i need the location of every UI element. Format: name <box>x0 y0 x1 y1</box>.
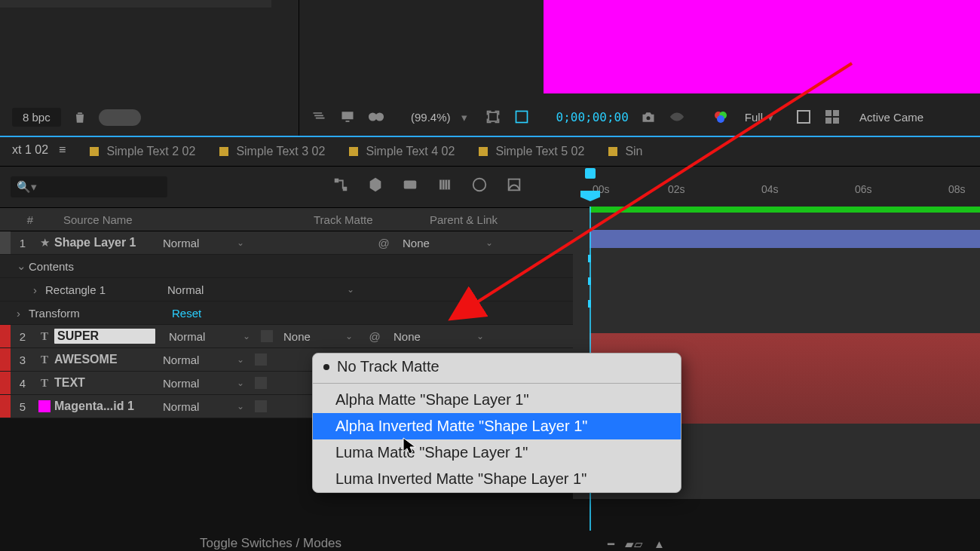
layer-index: 1 <box>11 237 35 249</box>
comp-icon <box>349 147 358 156</box>
caret-right-icon: › <box>33 283 45 296</box>
col-source-name[interactable]: Source Name <box>57 213 204 226</box>
shape-mode-dropdown[interactable]: Normal⌄ <box>163 283 359 296</box>
svg-point-7 <box>717 115 724 123</box>
mask-icon[interactable] <box>367 108 385 126</box>
zoom-slider-icon[interactable]: ▰▱ <box>625 537 643 551</box>
svg-rect-13 <box>335 179 339 183</box>
blend-mode-dropdown[interactable]: Normal⌄ <box>164 330 255 343</box>
frame-blend-icon[interactable] <box>401 176 419 194</box>
layers-icon[interactable] <box>310 108 328 126</box>
snapshot-icon[interactable] <box>639 108 657 126</box>
comp-icon <box>219 147 228 156</box>
comp-icon <box>608 147 617 156</box>
toggle-switches-button[interactable]: Toggle Switches / Modes <box>200 536 341 551</box>
timeline-search[interactable]: 🔍▾ <box>11 176 167 197</box>
trkmat-switch[interactable] <box>255 400 267 412</box>
layer-label-color[interactable] <box>0 395 11 418</box>
work-area-start[interactable] <box>585 168 596 179</box>
roi-icon[interactable] <box>484 108 502 126</box>
playhead[interactable] <box>580 191 600 201</box>
text-layer-icon: T <box>41 354 48 366</box>
mountain-icon[interactable]: ▲ <box>654 537 665 551</box>
comp-icon <box>90 147 99 156</box>
pickwhip-icon[interactable]: @ <box>366 328 383 344</box>
blend-mode-dropdown[interactable]: Normal⌄ <box>158 377 249 390</box>
svg-point-4 <box>646 116 650 120</box>
layer-name[interactable]: AWESOME <box>54 353 158 366</box>
draft3d-icon[interactable] <box>366 176 384 194</box>
zoom-readout[interactable]: (99.4%) <box>411 111 451 124</box>
pickwhip-icon[interactable]: @ <box>375 234 392 251</box>
tab-2[interactable]: Simple Text 2 02 <box>78 137 207 166</box>
blend-mode-dropdown[interactable]: Normal⌄ <box>158 354 249 366</box>
zoom-out-icon[interactable]: ━ <box>608 537 614 551</box>
layer-label-color[interactable] <box>0 372 11 394</box>
viewer-toolbar: (99.4%) ▾ 0;00;00;00 Full▾ Active Came <box>305 106 980 128</box>
svg-rect-3 <box>516 112 527 123</box>
ruler-tick: 02s <box>668 183 685 195</box>
channels-icon[interactable] <box>712 108 730 126</box>
composition-tabs: xt 1 02≡ Simple Text 2 02 Simple Text 3 … <box>0 137 980 167</box>
col-track-matte[interactable]: Track Matte <box>308 213 424 226</box>
comp-flow-icon[interactable] <box>332 176 350 194</box>
svg-rect-11 <box>825 118 831 124</box>
blend-mode-dropdown[interactable]: Normal⌄ <box>158 237 249 249</box>
layer-label-color[interactable] <box>0 348 11 371</box>
svg-rect-10 <box>833 110 839 116</box>
menu-item-alpha[interactable]: Alpha Matte "Shape Layer 1" <box>313 387 681 413</box>
layer-name[interactable]: TEXT <box>54 376 158 390</box>
trkmat-switch[interactable] <box>255 377 267 389</box>
tab-1[interactable]: xt 1 02≡ <box>0 136 78 166</box>
track-matte-dropdown[interactable]: None⌄ <box>279 330 357 343</box>
tab-5[interactable]: Simple Text 5 02 <box>467 137 596 166</box>
bpc-button[interactable]: 8 bpc <box>12 108 61 127</box>
layer-name[interactable]: Magenta...id 1 <box>54 399 158 413</box>
render-toggle[interactable] <box>99 109 141 126</box>
svg-point-17 <box>473 179 486 191</box>
project-panel: 8 bpc <box>0 0 298 136</box>
tab-3[interactable]: Simple Text 3 02 <box>207 137 337 166</box>
menu-item-no-matte[interactable]: No Track Matte <box>313 354 681 380</box>
brainstorm-icon[interactable] <box>505 176 523 194</box>
graph-icon[interactable] <box>470 176 488 194</box>
layer-name[interactable]: Shape Layer 1 <box>54 236 158 249</box>
transparency-grid-icon[interactable] <box>513 108 531 126</box>
solid-layer-icon <box>38 400 51 412</box>
search-icon: 🔍▾ <box>17 180 37 194</box>
guide-icon[interactable] <box>795 108 813 126</box>
layer-label-color[interactable] <box>0 231 11 254</box>
trkmat-switch[interactable] <box>255 354 267 366</box>
tab-6[interactable]: Sin <box>596 137 654 166</box>
reset-link[interactable]: Reset <box>172 307 201 320</box>
shape-layer-icon: ★ <box>40 236 50 249</box>
layer-name[interactable]: SUPER <box>54 329 155 344</box>
blend-mode-dropdown[interactable]: Normal⌄ <box>158 400 249 413</box>
monitor-icon[interactable] <box>338 108 357 126</box>
zoom-chevron-icon[interactable]: ▾ <box>461 111 473 123</box>
menu-item-luma-inverted[interactable]: Luma Inverted Matte "Shape Layer 1" <box>313 466 681 492</box>
layer-index: 3 <box>11 354 35 366</box>
grid-icon[interactable] <box>823 108 841 126</box>
layer-index: 2 <box>11 330 35 343</box>
trkmat-switch[interactable] <box>261 330 273 342</box>
show-snapshot-icon[interactable] <box>668 108 686 126</box>
tab-4[interactable]: Simple Text 4 02 <box>337 137 467 166</box>
col-number: # <box>12 213 42 226</box>
parent-dropdown[interactable]: None⌄ <box>389 330 488 343</box>
menu-item-luma[interactable]: Luma Matte "Shape Layer 1" <box>313 439 681 466</box>
time-ruler[interactable]: 00s 02s 04s 06s 08s <box>573 167 980 207</box>
work-area-bar[interactable] <box>590 207 980 213</box>
svg-rect-8 <box>798 111 810 123</box>
current-time[interactable]: 0;00;00;00 <box>556 110 629 124</box>
col-parent[interactable]: Parent & Link <box>424 213 558 226</box>
parent-dropdown[interactable]: None⌄ <box>398 237 498 249</box>
trash-icon[interactable] <box>72 109 88 126</box>
menu-item-alpha-inverted[interactable]: Alpha Inverted Matte "Shape Layer 1" <box>313 413 681 439</box>
motion-blur-icon[interactable] <box>436 176 454 194</box>
tab-menu-icon[interactable]: ≡ <box>59 143 66 157</box>
layer-bar-1[interactable] <box>590 230 980 248</box>
resolution-dropdown[interactable]: Full▾ <box>740 109 784 125</box>
layer-label-color[interactable] <box>0 325 11 347</box>
camera-dropdown[interactable]: Active Came <box>859 111 923 124</box>
